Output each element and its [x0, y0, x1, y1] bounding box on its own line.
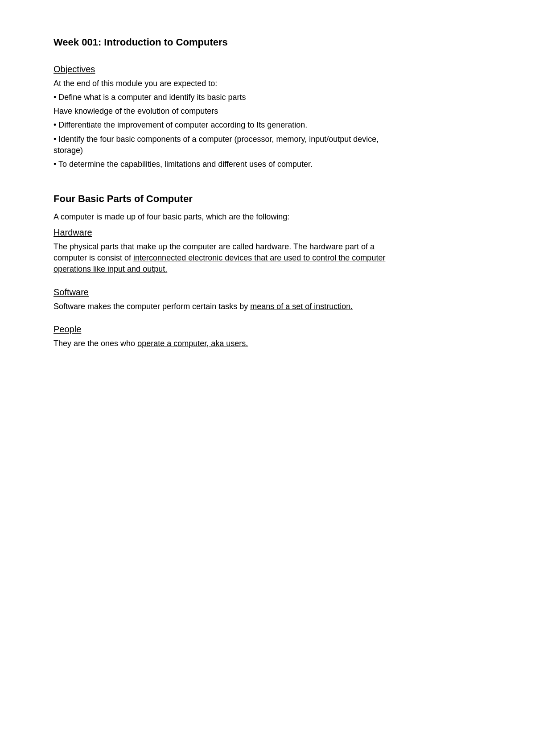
people-heading: People [54, 323, 410, 335]
objectives-bullet2: • Differentiate the improvement of compu… [54, 120, 410, 131]
software-text-before: Software makes the computer perform cert… [54, 302, 250, 311]
software-underline: means of a set of instruction. [250, 302, 353, 311]
hardware-underline1: make up the computer [136, 242, 216, 251]
people-subsection: People They are the ones who operate a c… [54, 323, 410, 349]
main-title: Week 001: Introduction to Computers [54, 36, 410, 50]
people-underline: operate a computer, aka users. [137, 339, 248, 348]
hardware-text: The physical parts that make up the comp… [54, 241, 410, 275]
software-text: Software makes the computer perform cert… [54, 301, 410, 312]
hardware-text-before: The physical parts that [54, 242, 136, 251]
page-content: Week 001: Introduction to Computers Obje… [54, 36, 410, 349]
objectives-bullet1: • Define what is a computer and identify… [54, 92, 410, 103]
people-text: They are the ones who operate a computer… [54, 338, 410, 349]
objectives-line2: Have knowledge of the evolution of compu… [54, 106, 410, 117]
four-parts-title: Four Basic Parts of Computer [54, 192, 410, 206]
people-text-before: They are the ones who [54, 339, 137, 348]
software-subsection: Software Software makes the computer per… [54, 286, 410, 312]
objectives-bullet3: • Identify the four basic components of … [54, 134, 410, 156]
software-heading: Software [54, 286, 410, 298]
hardware-heading: Hardware [54, 226, 410, 239]
objectives-heading: Objectives [54, 63, 410, 75]
objectives-intro: At the end of this module you are expect… [54, 78, 410, 89]
hardware-subsection: Hardware The physical parts that make up… [54, 226, 410, 275]
objectives-section: Objectives At the end of this module you… [54, 63, 410, 170]
four-parts-section: Four Basic Parts of Computer A computer … [54, 192, 410, 349]
objectives-bullet4: • To determine the capabilities, limitat… [54, 159, 410, 170]
four-parts-intro: A computer is made up of four basic part… [54, 211, 410, 223]
